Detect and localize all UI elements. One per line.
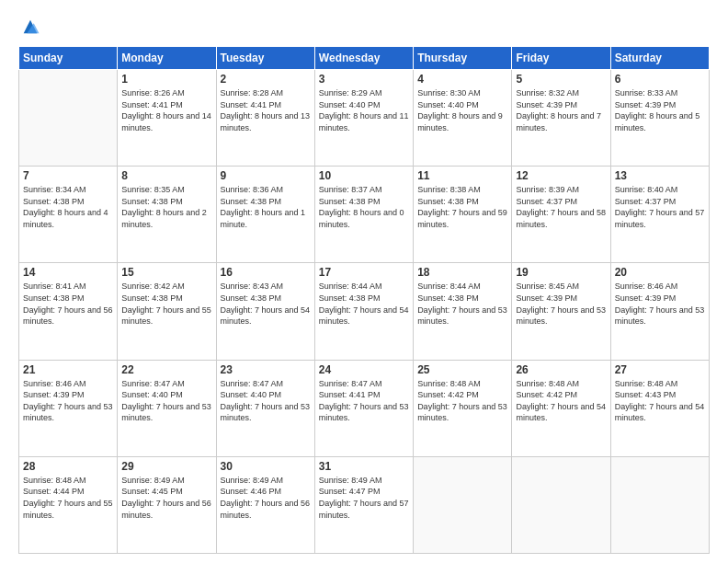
- day-info: Sunrise: 8:49 AMSunset: 4:47 PMDaylight:…: [319, 475, 409, 521]
- day-info: Sunrise: 8:48 AMSunset: 4:43 PMDaylight:…: [615, 378, 705, 424]
- day-info: Sunrise: 8:28 AMSunset: 4:41 PMDaylight:…: [221, 87, 311, 133]
- day-header-wednesday: Wednesday: [314, 47, 413, 70]
- day-info: Sunrise: 8:46 AMSunset: 4:39 PMDaylight:…: [615, 281, 705, 327]
- week-row-4: 28Sunrise: 8:48 AMSunset: 4:44 PMDayligh…: [19, 456, 710, 553]
- day-number: 24: [319, 363, 409, 376]
- day-number: 9: [221, 169, 311, 182]
- day-number: 15: [121, 266, 211, 279]
- day-info: Sunrise: 8:40 AMSunset: 4:37 PMDaylight:…: [615, 184, 705, 230]
- day-number: 2: [221, 73, 311, 86]
- logo-icon: [20, 17, 40, 37]
- day-cell: 17Sunrise: 8:44 AMSunset: 4:38 PMDayligh…: [314, 263, 413, 360]
- day-info: Sunrise: 8:38 AMSunset: 4:38 PMDaylight:…: [417, 184, 507, 230]
- day-header-tuesday: Tuesday: [216, 47, 314, 70]
- day-cell: 21Sunrise: 8:46 AMSunset: 4:39 PMDayligh…: [19, 360, 118, 456]
- day-cell: 11Sunrise: 8:38 AMSunset: 4:38 PMDayligh…: [414, 167, 512, 263]
- day-number: 28: [23, 460, 113, 473]
- day-cell: 19Sunrise: 8:45 AMSunset: 4:39 PMDayligh…: [512, 263, 610, 360]
- day-info: Sunrise: 8:33 AMSunset: 4:39 PMDaylight:…: [615, 87, 705, 133]
- day-number: 27: [615, 363, 705, 376]
- day-cell: 18Sunrise: 8:44 AMSunset: 4:38 PMDayligh…: [414, 263, 512, 360]
- day-cell: 10Sunrise: 8:37 AMSunset: 4:38 PMDayligh…: [314, 167, 413, 263]
- day-cell: 27Sunrise: 8:48 AMSunset: 4:43 PMDayligh…: [610, 360, 709, 456]
- day-number: 18: [417, 266, 507, 279]
- day-cell: 3Sunrise: 8:29 AMSunset: 4:40 PMDaylight…: [314, 70, 413, 167]
- day-info: Sunrise: 8:43 AMSunset: 4:38 PMDaylight:…: [221, 281, 311, 327]
- day-cell: 13Sunrise: 8:40 AMSunset: 4:37 PMDayligh…: [610, 167, 709, 263]
- calendar-header: SundayMondayTuesdayWednesdayThursdayFrid…: [19, 47, 710, 70]
- day-cell: 1Sunrise: 8:26 AMSunset: 4:41 PMDaylight…: [118, 70, 216, 167]
- day-cell: 7Sunrise: 8:34 AMSunset: 4:38 PMDaylight…: [19, 167, 118, 263]
- day-number: 26: [516, 363, 606, 376]
- day-cell: 9Sunrise: 8:36 AMSunset: 4:38 PMDaylight…: [216, 167, 314, 263]
- day-cell: 6Sunrise: 8:33 AMSunset: 4:39 PMDaylight…: [610, 70, 709, 167]
- day-info: Sunrise: 8:46 AMSunset: 4:39 PMDaylight:…: [23, 378, 113, 424]
- day-header-monday: Monday: [118, 47, 216, 70]
- day-info: Sunrise: 8:48 AMSunset: 4:42 PMDaylight:…: [516, 378, 606, 424]
- day-header-sunday: Sunday: [19, 47, 118, 70]
- day-number: 16: [221, 266, 311, 279]
- day-info: Sunrise: 8:47 AMSunset: 4:41 PMDaylight:…: [319, 378, 409, 424]
- day-info: Sunrise: 8:26 AMSunset: 4:41 PMDaylight:…: [121, 87, 211, 133]
- day-info: Sunrise: 8:49 AMSunset: 4:46 PMDaylight:…: [221, 475, 311, 521]
- day-number: 4: [417, 73, 507, 86]
- day-number: 23: [221, 363, 311, 376]
- day-cell: 26Sunrise: 8:48 AMSunset: 4:42 PMDayligh…: [512, 360, 610, 456]
- day-info: Sunrise: 8:39 AMSunset: 4:37 PMDaylight:…: [516, 184, 606, 230]
- day-cell: 15Sunrise: 8:42 AMSunset: 4:38 PMDayligh…: [118, 263, 216, 360]
- day-number: 19: [516, 266, 606, 279]
- day-number: 12: [516, 169, 606, 182]
- day-number: 25: [417, 363, 507, 376]
- day-header-friday: Friday: [512, 47, 610, 70]
- day-header-thursday: Thursday: [414, 47, 512, 70]
- day-cell: 31Sunrise: 8:49 AMSunset: 4:47 PMDayligh…: [314, 456, 413, 553]
- day-number: 22: [121, 363, 211, 376]
- day-info: Sunrise: 8:36 AMSunset: 4:38 PMDaylight:…: [221, 184, 311, 230]
- week-row-3: 21Sunrise: 8:46 AMSunset: 4:39 PMDayligh…: [19, 360, 710, 456]
- day-info: Sunrise: 8:32 AMSunset: 4:39 PMDaylight:…: [516, 87, 606, 133]
- day-cell: 22Sunrise: 8:47 AMSunset: 4:40 PMDayligh…: [118, 360, 216, 456]
- day-cell: 16Sunrise: 8:43 AMSunset: 4:38 PMDayligh…: [216, 263, 314, 360]
- day-cell: 24Sunrise: 8:47 AMSunset: 4:41 PMDayligh…: [314, 360, 413, 456]
- day-info: Sunrise: 8:34 AMSunset: 4:38 PMDaylight:…: [23, 184, 113, 230]
- day-info: Sunrise: 8:49 AMSunset: 4:45 PMDaylight:…: [121, 475, 211, 521]
- day-number: 17: [319, 266, 409, 279]
- day-cell: 25Sunrise: 8:48 AMSunset: 4:42 PMDayligh…: [414, 360, 512, 456]
- page: SundayMondayTuesdayWednesdayThursdayFrid…: [0, 0, 728, 563]
- day-info: Sunrise: 8:47 AMSunset: 4:40 PMDaylight:…: [221, 378, 311, 424]
- day-info: Sunrise: 8:48 AMSunset: 4:42 PMDaylight:…: [417, 378, 507, 424]
- day-header-saturday: Saturday: [610, 47, 709, 70]
- day-number: 10: [319, 169, 409, 182]
- header: [18, 17, 710, 37]
- day-info: Sunrise: 8:44 AMSunset: 4:38 PMDaylight:…: [319, 281, 409, 327]
- day-info: Sunrise: 8:41 AMSunset: 4:38 PMDaylight:…: [23, 281, 113, 327]
- day-info: Sunrise: 8:42 AMSunset: 4:38 PMDaylight:…: [121, 281, 211, 327]
- day-number: 11: [417, 169, 507, 182]
- day-number: 20: [615, 266, 705, 279]
- day-cell: 12Sunrise: 8:39 AMSunset: 4:37 PMDayligh…: [512, 167, 610, 263]
- day-number: 30: [221, 460, 311, 473]
- day-cell: [512, 456, 610, 553]
- day-info: Sunrise: 8:30 AMSunset: 4:40 PMDaylight:…: [417, 87, 507, 133]
- day-info: Sunrise: 8:29 AMSunset: 4:40 PMDaylight:…: [319, 87, 409, 133]
- day-number: 14: [23, 266, 113, 279]
- day-cell: 20Sunrise: 8:46 AMSunset: 4:39 PMDayligh…: [610, 263, 709, 360]
- day-info: Sunrise: 8:37 AMSunset: 4:38 PMDaylight:…: [319, 184, 409, 230]
- day-info: Sunrise: 8:45 AMSunset: 4:39 PMDaylight:…: [516, 281, 606, 327]
- day-number: 5: [516, 73, 606, 86]
- day-number: 31: [319, 460, 409, 473]
- day-cell: 2Sunrise: 8:28 AMSunset: 4:41 PMDaylight…: [216, 70, 314, 167]
- day-cell: 5Sunrise: 8:32 AMSunset: 4:39 PMDaylight…: [512, 70, 610, 167]
- day-number: 13: [615, 169, 705, 182]
- day-info: Sunrise: 8:48 AMSunset: 4:44 PMDaylight:…: [23, 475, 113, 521]
- day-number: 1: [121, 73, 211, 86]
- day-info: Sunrise: 8:35 AMSunset: 4:38 PMDaylight:…: [121, 184, 211, 230]
- day-cell: 28Sunrise: 8:48 AMSunset: 4:44 PMDayligh…: [19, 456, 118, 553]
- day-cell: 29Sunrise: 8:49 AMSunset: 4:45 PMDayligh…: [118, 456, 216, 553]
- day-cell: 30Sunrise: 8:49 AMSunset: 4:46 PMDayligh…: [216, 456, 314, 553]
- week-row-0: 1Sunrise: 8:26 AMSunset: 4:41 PMDaylight…: [19, 70, 710, 167]
- logo: [18, 17, 40, 37]
- calendar-body: 1Sunrise: 8:26 AMSunset: 4:41 PMDaylight…: [19, 70, 710, 554]
- day-cell: [610, 456, 709, 553]
- day-cell: 23Sunrise: 8:47 AMSunset: 4:40 PMDayligh…: [216, 360, 314, 456]
